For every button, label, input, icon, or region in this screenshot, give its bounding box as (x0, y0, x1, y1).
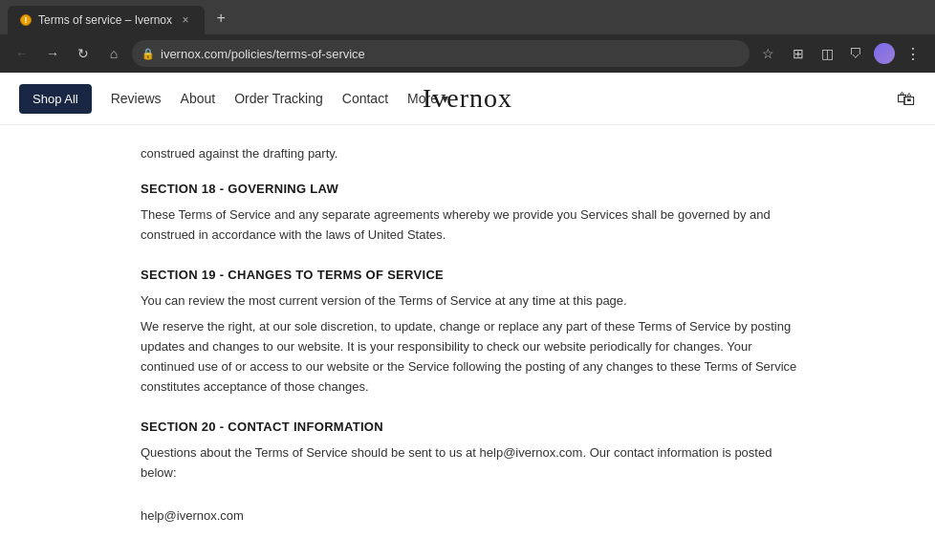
tab-title: Terms of service – Ivernox (38, 13, 172, 27)
tab-bar: ! Terms of service – Ivernox × + (0, 0, 935, 34)
forward-button[interactable]: → (40, 41, 65, 66)
email-block: help@ivernox.com (133, 506, 802, 524)
section-20-heading: SECTION 20 - CONTACT INFORMATION (141, 420, 802, 434)
section-18-heading: SECTION 18 - GOVERNING LAW (141, 182, 802, 196)
favicon-exclaim: ! (25, 16, 28, 25)
profile-avatar-circle (874, 43, 895, 64)
browser-chrome: ! Terms of service – Ivernox × + ← → ↻ ⌂… (0, 0, 935, 73)
reload-button[interactable]: ↻ (71, 41, 96, 66)
tab-favicon-circle: ! (20, 14, 32, 26)
address-input[interactable]: 🔒 ivernox.com/policies/terms-of-service (132, 40, 750, 67)
cart-icon: 🛍 (897, 88, 916, 109)
section-19-heading: SECTION 19 - CHANGES TO TERMS OF SERVICE (141, 268, 802, 282)
lock-icon: 🔒 (141, 48, 155, 60)
about-link[interactable]: About (181, 91, 216, 106)
active-tab[interactable]: ! Terms of service – Ivernox × (8, 6, 205, 34)
extensions-button[interactable]: ⊞ (786, 41, 811, 66)
intro-paragraph: construed against the drafting party. (133, 144, 802, 164)
section-19-block: SECTION 19 - CHANGES TO TERMS OF SERVICE… (133, 268, 802, 397)
section-18-block: SECTION 18 - GOVERNING LAW These Terms o… (133, 182, 802, 246)
page-content: Shop All Reviews About Order Tracking Co… (0, 73, 935, 560)
tab-favicon: ! (19, 13, 33, 27)
contact-link[interactable]: Contact (342, 91, 388, 106)
site-logo[interactable]: Ivernox (423, 83, 512, 114)
new-tab-button[interactable]: + (208, 6, 233, 31)
reviews-link[interactable]: Reviews (111, 91, 162, 106)
bookmark-star-button[interactable]: ☆ (755, 41, 780, 66)
profile-avatar[interactable] (872, 41, 897, 66)
site-navigation: Shop All Reviews About Order Tracking Co… (0, 73, 935, 125)
tab-close-button[interactable]: × (178, 12, 193, 28)
shield-button[interactable]: ⛉ (843, 41, 868, 66)
contact-email[interactable]: help@ivernox.com (141, 508, 244, 523)
section-19-text-1: We reserve the right, at our sole discre… (141, 317, 802, 397)
shop-all-button[interactable]: Shop All (19, 84, 92, 114)
section-20-block: SECTION 20 - CONTACT INFORMATION Questio… (133, 420, 802, 484)
section-18-text-0: These Terms of Service and any separate … (141, 205, 802, 246)
browser-more-button[interactable]: ⋮ (901, 41, 925, 66)
section-19-text-0: You can review the most current version … (141, 291, 802, 312)
section-20-text-0: Questions about the Terms of Service sho… (141, 443, 802, 484)
address-bar: ← → ↻ ⌂ 🔒 ivernox.com/policies/terms-of-… (0, 34, 935, 73)
order-tracking-link[interactable]: Order Tracking (234, 91, 323, 106)
toolbar-icons: ⊞ ◫ ⛉ ⋮ (786, 41, 925, 66)
content-area: construed against the drafting party. SE… (133, 125, 802, 560)
home-button[interactable]: ⌂ (101, 41, 126, 66)
sidebar-button[interactable]: ◫ (815, 41, 839, 66)
cart-button[interactable]: 🛍 (897, 88, 916, 110)
back-button[interactable]: ← (10, 41, 34, 66)
url-text: ivernox.com/policies/terms-of-service (161, 47, 740, 61)
nav-links: Shop All Reviews About Order Tracking Co… (19, 84, 448, 114)
